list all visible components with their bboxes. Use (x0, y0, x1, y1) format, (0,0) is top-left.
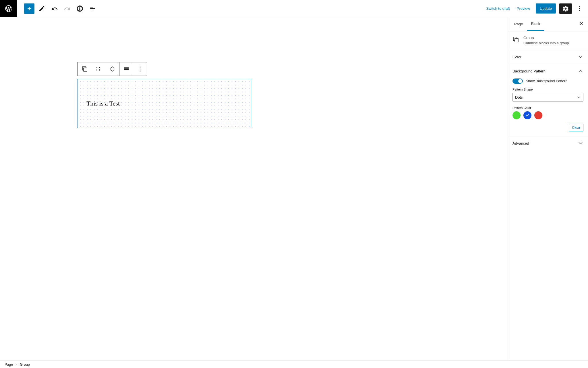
chevron-up-icon (578, 68, 583, 74)
panel-advanced: Advanced (508, 136, 588, 150)
chevron-down-icon (578, 54, 583, 60)
svg-rect-10 (124, 71, 129, 71)
add-block-button[interactable] (24, 3, 34, 14)
swatch-green[interactable] (512, 111, 521, 119)
svg-rect-7 (84, 68, 87, 71)
block-info: Group Combine blocks into a group. (508, 31, 588, 50)
top-toolbar: Switch to draft Preview Update (0, 0, 588, 17)
svg-point-12 (140, 68, 140, 69)
svg-point-5 (579, 10, 580, 11)
show-bg-pattern-label: Show Background Pattern (526, 79, 567, 83)
svg-point-3 (579, 6, 580, 7)
chevron-down-icon (577, 95, 581, 99)
block-more-options[interactable] (133, 62, 147, 76)
svg-rect-8 (124, 67, 129, 68)
panel-bgpattern-header[interactable]: Background Pattern (508, 64, 588, 78)
pattern-shape-label: Pattern Shape (512, 88, 583, 91)
panel-advanced-header[interactable]: Advanced (508, 136, 588, 150)
svg-point-13 (140, 70, 140, 71)
outline-button[interactable] (87, 3, 98, 14)
show-bg-pattern-toggle[interactable] (512, 78, 523, 84)
redo-button[interactable] (62, 3, 72, 14)
pattern-color-label: Pattern Color (512, 106, 583, 110)
workspace: This is a Test Page Block Group Combine … (0, 17, 588, 361)
pattern-shape-value: Dots (515, 95, 523, 99)
drag-handle[interactable] (92, 62, 105, 76)
svg-rect-9 (124, 68, 129, 70)
svg-rect-15 (515, 39, 518, 42)
move-up-down[interactable] (105, 62, 119, 76)
block-toolbar (78, 62, 147, 76)
sidebar-tabs: Page Block (508, 17, 588, 31)
swatch-blue[interactable] (523, 111, 531, 119)
chevron-right-icon (15, 363, 18, 366)
block-type-icon[interactable] (78, 62, 92, 76)
panel-background-pattern: Background Pattern Show Background Patte… (508, 64, 588, 136)
breadcrumb-page[interactable]: Page (5, 363, 13, 367)
group-icon (512, 36, 519, 43)
editor-canvas[interactable]: This is a Test (0, 17, 508, 361)
swatch-red[interactable] (534, 111, 542, 119)
undo-button[interactable] (49, 3, 60, 14)
pattern-color-swatches (512, 111, 583, 119)
panel-color-label: Color (512, 55, 521, 59)
panel-color-header[interactable]: Color (508, 50, 588, 64)
more-options-button[interactable] (574, 3, 585, 14)
update-button[interactable]: Update (536, 3, 556, 14)
svg-point-11 (140, 66, 140, 67)
preview-button[interactable]: Preview (513, 6, 533, 11)
toolbar-left (0, 0, 99, 17)
settings-button[interactable] (559, 3, 572, 14)
paragraph-block[interactable]: This is a Test (86, 100, 120, 107)
clear-button[interactable]: Clear (569, 124, 583, 131)
group-block[interactable]: This is a Test (78, 79, 251, 128)
info-button[interactable] (75, 3, 85, 14)
wordpress-logo[interactable] (0, 0, 17, 17)
chevron-down-icon (578, 140, 583, 146)
tools-button[interactable] (37, 3, 47, 14)
check-icon (525, 113, 530, 118)
panel-bgpattern-label: Background Pattern (512, 69, 546, 73)
align-button[interactable] (119, 62, 133, 76)
panel-color: Color (508, 50, 588, 64)
svg-rect-2 (80, 7, 80, 8)
close-sidebar-button[interactable] (577, 19, 586, 29)
settings-sidebar: Page Block Group Combine blocks into a g… (508, 17, 588, 361)
toolbar-right: Switch to draft Preview Update (483, 3, 588, 14)
svg-rect-1 (80, 8, 80, 10)
panel-advanced-label: Advanced (512, 141, 529, 145)
tab-page[interactable]: Page (510, 18, 527, 30)
breadcrumb-group[interactable]: Group (20, 363, 30, 367)
breadcrumb-footer: Page Group (0, 361, 588, 368)
tab-block[interactable]: Block (527, 18, 544, 31)
switch-to-draft-button[interactable]: Switch to draft (483, 6, 513, 11)
pattern-shape-select[interactable]: Dots (512, 93, 583, 101)
svg-point-4 (579, 8, 580, 9)
block-title: Group (523, 36, 570, 40)
block-description: Combine blocks into a group. (523, 41, 570, 45)
